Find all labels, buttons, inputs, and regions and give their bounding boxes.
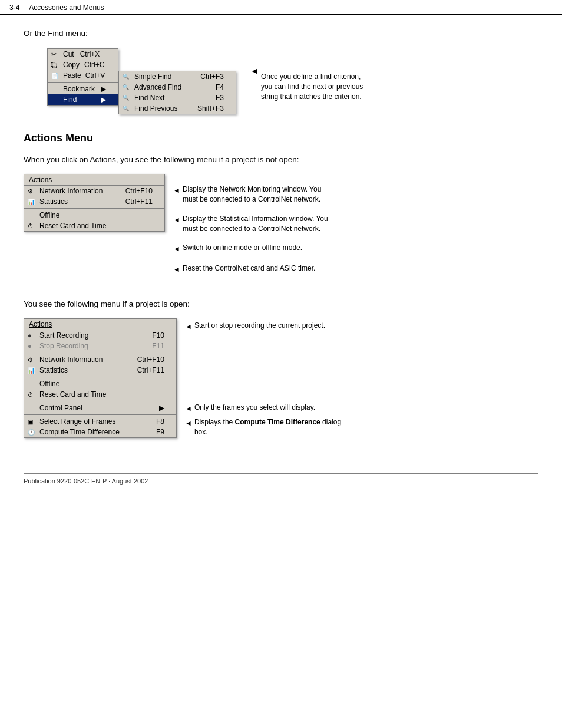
- menu-item-select-range[interactable]: ▣ Select Range of Frames F8: [24, 416, 176, 427]
- bookmark-arrow: ▶: [95, 85, 106, 93]
- menu-item-network-info-2[interactable]: ⚙ Network Information Ctrl+F10: [24, 354, 176, 365]
- menu-item-statistics-2[interactable]: 📊 Statistics Ctrl+F11: [24, 365, 176, 375]
- stop-recording-label: Stop Recording: [39, 342, 88, 350]
- menu-item-stop-recording: ● Stop Recording F11: [24, 341, 176, 351]
- find-intro: Or the Find menu:: [24, 29, 538, 38]
- menu-item-reset-2[interactable]: ⏱ Reset Card and Time: [24, 389, 176, 400]
- menu-item-compute-time[interactable]: 🕐 Compute Time Difference F9: [24, 427, 176, 437]
- actions-no-project-area: Actions ⚙ Network Information Ctrl+F10 📊…: [24, 174, 538, 284]
- stop-recording-icon: ●: [28, 342, 38, 350]
- arrow-4: ◄: [173, 265, 180, 275]
- find-callout-arrow: ◄: [250, 66, 259, 75]
- find-next-label: Find Next: [134, 94, 164, 102]
- sep-3: [24, 377, 176, 377]
- copy-icon: ⿻: [51, 62, 62, 68]
- simple-find-shortcut: Ctrl+F3: [191, 73, 224, 81]
- statistics-shortcut-1: Ctrl+F11: [120, 197, 153, 206]
- context-menu: ✂ Cut Ctrl+X ⿻ Copy Ctrl+C 📄 Paste Ctrl+…: [47, 48, 118, 106]
- statistics-icon-1: 📊: [28, 199, 38, 205]
- find-arrow: ▶: [95, 95, 106, 104]
- cut-icon: ✂: [51, 51, 62, 58]
- actions-section: Actions Menu When you click on Actions, …: [24, 132, 538, 438]
- menu-item-find[interactable]: Find ▶: [48, 94, 118, 105]
- callout-offline-text: Switch to online mode or offline mode.: [183, 243, 302, 253]
- start-recording-shortcut: F10: [146, 331, 164, 340]
- actions-callouts-2: ◄ Start or stop recording the current pr…: [185, 318, 350, 437]
- network-info-label-1: Network Information: [39, 187, 103, 195]
- separator-actions-1: [24, 208, 164, 209]
- network-info-icon-1: ⚙: [28, 188, 38, 195]
- start-recording-label: Start Recording: [39, 331, 88, 340]
- menu-item-network-info-1[interactable]: ⚙ Network Information Ctrl+F10: [24, 186, 164, 196]
- find-next-shortcut: F3: [206, 94, 224, 102]
- actions-menu-project: Actions ● Start Recording F10 ● Stop Rec…: [24, 318, 177, 438]
- menu-item-cut[interactable]: ✂ Cut Ctrl+X: [48, 49, 118, 60]
- control-panel-label: Control Panel: [39, 404, 82, 412]
- menu-item-simple-find[interactable]: 🔍 Simple Find Ctrl+F3: [119, 71, 236, 82]
- find-next-icon: 🔍: [123, 95, 133, 101]
- page-section: 3-4: [9, 4, 19, 12]
- menu-item-paste[interactable]: 📄 Paste Ctrl+V: [48, 70, 118, 81]
- find-previous-label: Find Previous: [134, 104, 177, 113]
- simple-find-label: Simple Find: [134, 73, 171, 81]
- network-info-label-2: Network Information: [39, 355, 103, 364]
- copy-label: Copy: [63, 61, 80, 69]
- actions-callouts-1: ◄ Display the Network Monitoring window.…: [173, 185, 338, 284]
- statistics-shortcut-2: Ctrl+F11: [131, 366, 164, 374]
- arrow-start-stop: ◄: [185, 322, 192, 332]
- menu-item-statistics-1[interactable]: 📊 Statistics Ctrl+F11: [24, 196, 164, 207]
- advanced-find-label: Advanced Find: [134, 83, 181, 91]
- cut-shortcut: Ctrl+X: [80, 50, 100, 58]
- control-panel-arrow: ▶: [153, 404, 164, 412]
- select-range-label: Select Range of Frames: [39, 417, 115, 426]
- stop-recording-shortcut: F11: [146, 342, 164, 350]
- menu-item-offline-1[interactable]: Offline: [24, 210, 164, 220]
- actions-menu-no-project: Actions ⚙ Network Information Ctrl+F10 📊…: [24, 174, 165, 232]
- actions-heading: Actions Menu: [24, 132, 538, 144]
- callout-start-stop-text: Start or stop recording the current proj…: [194, 321, 325, 331]
- arrow-3: ◄: [173, 244, 180, 254]
- statistics-label-2: Statistics: [39, 366, 68, 374]
- menu-item-find-next[interactable]: 🔍 Find Next F3: [119, 93, 236, 103]
- menu-item-reset-1[interactable]: ⏱ Reset Card and Time: [24, 220, 164, 231]
- menu-item-bookmark[interactable]: Bookmark ▶: [48, 84, 118, 94]
- menu-item-find-previous[interactable]: 🔍 Find Previous Shift+F3: [119, 103, 236, 114]
- callout-reset-text: Reset the ControlNet card and ASIC timer…: [183, 263, 315, 274]
- find-callout-area: ◄ Once you define a find criterion, you …: [250, 66, 367, 101]
- advanced-find-shortcut: F4: [206, 83, 224, 91]
- menu-item-copy[interactable]: ⿻ Copy Ctrl+C: [48, 60, 118, 70]
- menu-item-advanced-find[interactable]: 🔍 Advanced Find F4: [119, 82, 236, 93]
- reset-icon-2: ⏱: [28, 391, 38, 398]
- start-recording-icon: ●: [28, 332, 38, 339]
- reset-label-1: Reset Card and Time: [39, 222, 106, 230]
- sep-4: [24, 401, 176, 401]
- separator-1: [48, 82, 118, 83]
- network-info-shortcut-1: Ctrl+F10: [120, 187, 153, 195]
- callout-compute-time: ◄ Displays the Compute Time Difference d…: [185, 417, 350, 437]
- network-info-icon-2: ⚙: [28, 357, 38, 363]
- actions-menu-title-1: Actions: [24, 174, 164, 186]
- callout-compute-time-text: Displays the Compute Time Difference dia…: [194, 417, 350, 437]
- actions-intro-2: You see the following menu if a project …: [24, 298, 538, 310]
- find-label: Find: [63, 95, 77, 104]
- advanced-find-icon: 🔍: [123, 84, 133, 90]
- paste-label: Paste: [63, 71, 81, 80]
- reset-icon-1: ⏱: [28, 223, 38, 229]
- callout-statistics: ◄ Display the Statistical Information wi…: [173, 214, 338, 234]
- select-range-icon: ▣: [28, 419, 38, 425]
- page-footer: Publication 9220-052C-EN-P · August 2002: [24, 473, 538, 485]
- offline-label-2: Offline: [39, 380, 59, 388]
- compute-time-label: Compute Time Difference: [39, 428, 120, 436]
- page-title: Accessories and Menus: [29, 4, 104, 12]
- find-menu-area: ✂ Cut Ctrl+X ⿻ Copy Ctrl+C 📄 Paste Ctrl+…: [47, 48, 538, 114]
- offline-label-1: Offline: [39, 211, 59, 219]
- actions-menu-title-2: Actions: [24, 319, 176, 330]
- statistics-icon-2: 📊: [28, 367, 38, 374]
- paste-shortcut: Ctrl+V: [85, 71, 105, 80]
- copy-shortcut: Ctrl+C: [84, 61, 104, 69]
- callout-network-info: ◄ Display the Network Monitoring window.…: [173, 185, 338, 205]
- menu-item-control-panel[interactable]: Control Panel ▶: [24, 403, 176, 413]
- callout-statistics-text: Display the Statistical Information wind…: [183, 214, 338, 234]
- menu-item-offline-2[interactable]: Offline: [24, 378, 176, 389]
- menu-item-start-recording[interactable]: ● Start Recording F10: [24, 330, 176, 341]
